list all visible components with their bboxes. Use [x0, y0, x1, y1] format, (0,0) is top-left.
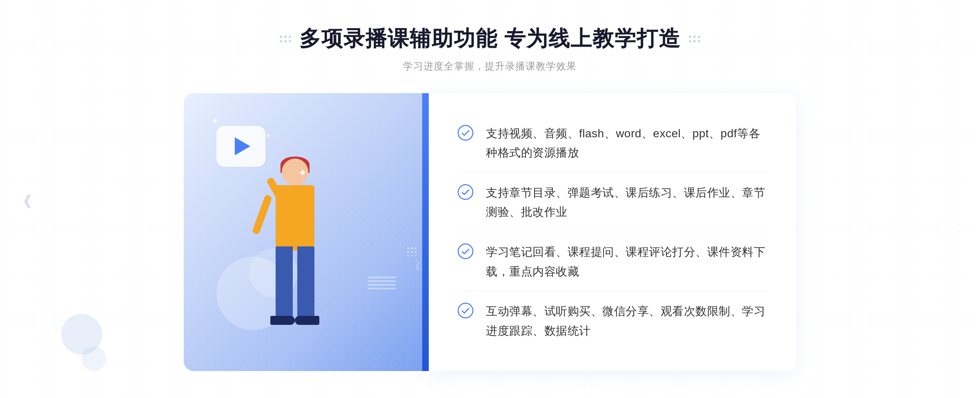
feature-item-4: 互动弹幕、试听购买、微信分享、观看次数限制、学习进度跟踪、数据统计 — [457, 292, 768, 350]
outer-circle-deco-2 — [82, 347, 106, 371]
feature-item-2: 支持章节目录、弹题考试、课后练习、课后作业、章节测验、批改作业 — [457, 173, 768, 232]
feature-item-1: 支持视频、音频、flash、word、excel、ppt、pdf等各种格式的资源… — [457, 114, 768, 173]
feature-text-1: 支持视频、音频、flash、word、excel、ppt、pdf等各种格式的资源… — [486, 124, 768, 163]
person-arm-left — [252, 194, 272, 235]
check-icon-4 — [457, 302, 474, 319]
dot — [284, 40, 287, 42]
deco-line — [368, 284, 396, 286]
play-triangle — [235, 137, 250, 155]
sparkle-decoration2: ✦ — [265, 132, 271, 140]
person-leg-left — [276, 246, 293, 320]
dot — [280, 40, 282, 42]
dot — [693, 36, 696, 38]
svg-point-1 — [458, 185, 473, 199]
person-shoe-right — [295, 316, 319, 325]
deco-line — [368, 280, 396, 282]
left-arrow-decoration: 《 — [16, 192, 31, 212]
feature-text-3: 学习笔记回看、课程提问、课程评论打分、课件资料下载，重点内容收藏 — [486, 242, 768, 281]
dot — [289, 40, 291, 42]
left-deco-dots — [280, 36, 291, 42]
pointer-star: ✦ — [298, 167, 310, 178]
illustration-area: ✦ ✦ — [184, 93, 429, 371]
feature-text-4: 互动弹幕、试听购买、微信分享、观看次数限制、学习进度跟踪、数据统计 — [486, 302, 768, 340]
person-illustration: ✦ — [225, 159, 339, 371]
dot — [280, 36, 282, 38]
right-deco-dots — [689, 36, 700, 42]
dot — [689, 36, 691, 38]
svg-point-0 — [458, 125, 473, 140]
main-title: 多项录播课辅助功能 专为线上教学打造 — [299, 25, 681, 53]
dot — [284, 36, 287, 38]
deco-line — [368, 277, 396, 278]
header-section: 多项录播课辅助功能 专为线上教学打造 学习进度全掌握，提升录播课教学效果 — [280, 25, 700, 73]
deco-lines — [368, 277, 396, 289]
dot — [289, 36, 291, 38]
deco-line — [368, 288, 396, 289]
feature-item-3: 学习笔记回看、课程提问、课程评论打分、课件资料下载，重点内容收藏 — [457, 233, 768, 291]
features-panel: 支持视频、音频、flash、word、excel、ppt、pdf等各种格式的资源… — [429, 93, 796, 371]
sparkle-decoration: ✦ — [212, 116, 219, 126]
feature-text-2: 支持章节目录、弹题考试、课后练习、课后作业、章节测验、批改作业 — [486, 183, 768, 222]
dot — [689, 40, 691, 42]
person-shoe-left — [270, 316, 295, 325]
dot — [698, 36, 700, 38]
content-area: ✦ ✦ — [184, 93, 796, 371]
chevron-deco: 《 — [410, 260, 419, 273]
title-row: 多项录播课辅助功能 专为线上教学打造 — [280, 25, 700, 53]
svg-point-2 — [458, 244, 473, 259]
dot — [693, 40, 696, 42]
person-leg-right — [297, 246, 314, 320]
arrow-dots-deco — [407, 247, 416, 257]
check-icon-3 — [457, 243, 474, 259]
subtitle: 学习进度全掌握，提升录播课教学效果 — [280, 60, 700, 73]
dot — [698, 40, 700, 42]
check-icon-1 — [457, 125, 474, 141]
svg-point-3 — [458, 303, 473, 318]
check-icon-2 — [457, 184, 474, 200]
page-container: 《 多项录播课辅助功能 专为线上教学打造 — [0, 0, 980, 398]
